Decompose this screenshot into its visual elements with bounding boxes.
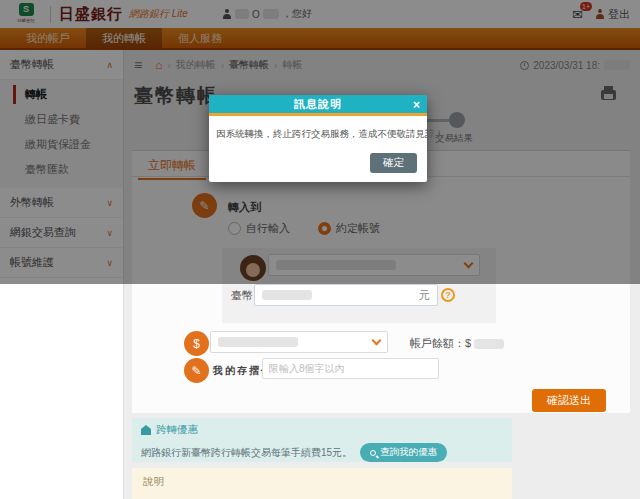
memo-input[interactable]: [262, 358, 439, 379]
help-icon[interactable]: ?: [441, 288, 455, 302]
check-my-offers-label: 查詢我的優惠: [380, 446, 437, 459]
account-balance: 帳戶餘額：$: [410, 336, 504, 351]
memo-icon: ✎: [184, 358, 209, 383]
promo-section: 跨轉優惠 網路銀行新臺幣跨行轉帳交易每筆手續費15元。 查詢我的優惠: [132, 418, 512, 462]
close-icon[interactable]: ×: [413, 98, 420, 112]
search-icon: [370, 450, 376, 456]
currency-unit: 元: [419, 288, 430, 303]
check-my-offers-button[interactable]: 查詢我的優惠: [360, 443, 447, 462]
balance-label: 帳戶餘額：$: [410, 337, 471, 349]
currency-label: 臺幣: [231, 288, 253, 303]
redacted-value: [474, 339, 504, 349]
promo-title: 跨轉優惠: [156, 423, 198, 437]
message-modal: 訊息說明 × 因系統轉換，終止跨行交易服務，造成不便敬請見諒！ 確定: [209, 95, 427, 182]
modal-message: 因系統轉換，終止跨行交易服務，造成不便敬請見諒！: [209, 116, 427, 145]
modal-header: 訊息說明 ×: [209, 95, 427, 116]
notes-title: 說明: [143, 475, 501, 489]
bank-building-icon: [141, 429, 151, 435]
redacted-value: [218, 337, 298, 347]
modal-footer: 確定: [209, 145, 427, 182]
amount-input[interactable]: 元: [254, 284, 438, 306]
from-account-icon: $: [184, 331, 209, 356]
confirm-submit-button[interactable]: 確認送出: [532, 389, 606, 412]
promo-title-row: 跨轉優惠: [141, 423, 503, 437]
redacted-value: [262, 290, 312, 300]
promo-content-row: 網路銀行新臺幣跨行轉帳交易每筆手續費15元。 查詢我的優惠: [141, 443, 503, 462]
chevron-down-icon: [372, 336, 382, 346]
modal-title: 訊息說明: [294, 97, 342, 112]
from-account-select[interactable]: [210, 331, 388, 353]
confirm-button[interactable]: 確定: [370, 153, 417, 173]
notes-section: 說明 1. 本交易內容經送出後，將立即自您的帳戶扣款轉出，請於執行前再次確認。: [132, 468, 512, 499]
promo-text: 網路銀行新臺幣跨行轉帳交易每筆手續費15元。: [141, 446, 352, 460]
